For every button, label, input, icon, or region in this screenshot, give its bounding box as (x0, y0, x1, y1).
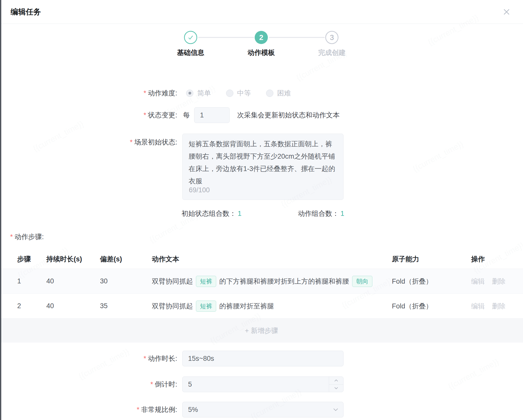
required-star: * (144, 355, 146, 362)
table-header-row: 步骤 持续时长(s) 偏差(s) 动作文本 原子能力 操作 (0, 249, 523, 269)
unusual-ratio-row: *非常规比例: 5% (0, 402, 523, 417)
difficulty-row: *动作难度: 简单 中等 困难 (0, 86, 523, 101)
header-atomic-ability: 原子能力 (392, 249, 467, 269)
row-action-text: 双臂协同抓起 短裤 的裤腰对折至裤腿 (152, 294, 390, 318)
action-steps-section-label: *动作步骤: (10, 232, 44, 241)
action-combos-value: 1 (340, 210, 344, 217)
dialog-header: 编辑任务 (0, 0, 523, 24)
state-change-label: *状态变更: (0, 107, 177, 123)
required-star: * (144, 111, 146, 119)
state-change-row: *状态变更: 每 1 次采集会更新初始状态和动作文本 (0, 107, 523, 123)
header-deviation: 偏差(s) (100, 249, 147, 269)
row-deviation: 35 (100, 294, 147, 318)
initial-state-row: *场景初始状态: (0, 134, 523, 200)
chevron-up-icon (334, 379, 338, 382)
initial-combos: 初始状态组合数：1 (182, 209, 242, 218)
action-text-part: 双臂协同抓起 (152, 277, 193, 286)
required-star: * (130, 138, 133, 146)
row-atomic-ability: Fold（折叠） (392, 269, 467, 293)
row-action-text: 双臂协同抓起 短裤 的下方裤腿和裤腰对折到上方的裤腿和裤腰 朝向 (152, 269, 390, 293)
initial-combos-value: 1 (238, 210, 242, 217)
initial-state-label: *场景初始状态: (0, 138, 177, 147)
radio-hard-label: 困难 (277, 89, 291, 98)
radio-medium-label: 中等 (237, 89, 251, 98)
row-operations: 编辑 删除 (471, 269, 520, 293)
required-star: * (150, 381, 153, 388)
action-text-part: 的裤腰对折至裤腿 (219, 302, 274, 311)
step-2-circle[interactable]: 2 (255, 31, 268, 44)
action-duration-value: 15s~80s (188, 355, 214, 363)
row-duration: 40 (46, 269, 96, 293)
orientation-tag: 朝向 (352, 276, 372, 287)
close-button[interactable] (502, 7, 511, 17)
countdown-input[interactable]: 5 (182, 376, 344, 392)
step-2-number: 2 (259, 33, 263, 42)
required-star: * (137, 406, 139, 413)
object-tag: 短裤 (196, 276, 216, 287)
delete-link[interactable]: 删除 (492, 277, 506, 286)
step-3-circle[interactable]: 3 (325, 31, 338, 44)
difficulty-radio-group: 简单 中等 困难 (186, 86, 291, 101)
action-duration-input[interactable]: 15s~80s (182, 351, 344, 366)
edit-link[interactable]: 编辑 (471, 302, 485, 311)
number-spinner (329, 377, 343, 392)
action-steps-table: 步骤 持续时长(s) 偏差(s) 动作文本 原子能力 操作 1 40 30 双臂… (0, 249, 523, 343)
action-text-part: 的下方裤腿和裤腰对折到上方的裤腿和裤腰 (219, 277, 349, 286)
step-3-label: 完成创建 (299, 48, 365, 57)
row-duration: 40 (46, 294, 96, 318)
countdown-label: *倒计时: (0, 376, 177, 392)
radio-circle (226, 90, 233, 97)
action-text-part: 双臂协同抓起 (152, 302, 193, 311)
chevron-down-icon (333, 408, 338, 411)
radio-medium[interactable]: 中等 (226, 89, 251, 98)
dialog-title: 编辑任务 (11, 0, 41, 24)
header-step: 步骤 (17, 249, 41, 269)
state-change-prefix: 每 (183, 107, 190, 123)
radio-easy[interactable]: 简单 (186, 89, 211, 98)
difficulty-label: *动作难度: (0, 86, 177, 101)
unusual-ratio-select[interactable]: 5% (182, 402, 344, 417)
header-duration: 持续时长(s) (46, 249, 96, 269)
countdown-row: *倒计时: 5 (0, 376, 523, 392)
radio-circle (186, 90, 193, 97)
delete-link[interactable]: 删除 (492, 302, 506, 311)
state-change-value: 1 (200, 111, 204, 119)
row-operations: 编辑 删除 (471, 294, 520, 318)
radio-hard[interactable]: 困难 (266, 89, 291, 98)
unusual-ratio-label: *非常规比例: (0, 402, 177, 417)
row-step: 2 (17, 294, 41, 318)
action-duration-label: *动作时长: (0, 351, 177, 366)
radio-circle (266, 90, 273, 97)
combo-counts-row: 初始状态组合数：1 动作组合数：1 (182, 209, 344, 218)
page-edge (0, 0, 1, 420)
spinner-down-button[interactable] (329, 385, 343, 392)
step-1-circle[interactable] (184, 31, 197, 44)
action-duration-row: *动作时长: 15s~80s (0, 351, 523, 366)
step-3-number: 3 (330, 33, 334, 42)
radio-easy-label: 简单 (197, 89, 211, 98)
required-star: * (10, 233, 13, 241)
spinner-up-button[interactable] (329, 377, 343, 385)
table-row: 2 40 35 双臂协同抓起 短裤 的裤腰对折至裤腿 Fold（折叠） 编辑 删… (0, 294, 523, 319)
action-combos-label: 动作组合数： (298, 210, 339, 217)
row-atomic-ability: Fold（折叠） (392, 294, 467, 318)
unusual-ratio-value: 5% (188, 406, 198, 414)
chevron-down-icon (334, 387, 338, 389)
countdown-value: 5 (188, 381, 192, 388)
required-star: * (144, 89, 146, 97)
state-change-input[interactable]: 1 (194, 107, 230, 123)
object-tag: 短裤 (196, 301, 216, 312)
check-icon (187, 34, 194, 41)
row-deviation: 30 (100, 269, 147, 293)
table-row: 1 40 30 双臂协同抓起 短裤 的下方裤腿和裤腰对折到上方的裤腿和裤腰 朝向… (0, 269, 523, 294)
header-operation: 操作 (471, 249, 520, 269)
step-connector (198, 37, 254, 38)
edit-link[interactable]: 编辑 (471, 277, 485, 286)
step-connector (269, 37, 325, 38)
add-step-button[interactable]: + 新增步骤 (0, 319, 523, 343)
step-1-label: 基础信息 (158, 48, 224, 57)
header-action-text: 动作文本 (152, 249, 390, 269)
state-change-suffix: 次采集会更新初始状态和动作文本 (237, 107, 340, 123)
close-icon (502, 8, 511, 16)
step-2-label: 动作模板 (228, 48, 294, 57)
